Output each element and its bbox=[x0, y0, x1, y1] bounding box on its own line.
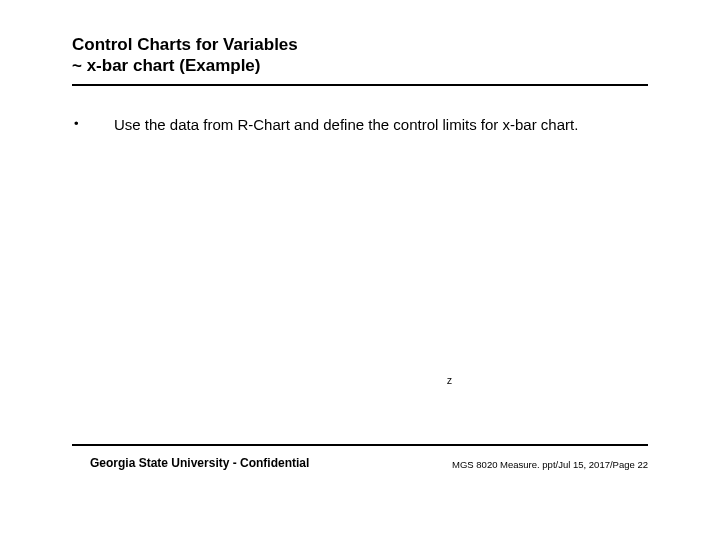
title-line-1: Control Charts for Variables bbox=[72, 34, 298, 55]
footer-right: MGS 8020 Measure. ppt/Jul 15, 2017/Page … bbox=[452, 459, 648, 470]
footer-left: Georgia State University - Confidential bbox=[90, 456, 309, 470]
divider-top bbox=[72, 84, 648, 86]
bullet-text: Use the data from R-Chart and define the… bbox=[114, 116, 578, 134]
slide-header: Control Charts for Variables ~ x-bar cha… bbox=[72, 34, 298, 77]
title-line-2: ~ x-bar chart (Example) bbox=[72, 55, 298, 76]
footer-file: MGS 8020 Measure. ppt/ bbox=[452, 459, 558, 470]
slide-body: • Use the data from R-Chart and define t… bbox=[74, 116, 648, 134]
bullet-marker: • bbox=[74, 116, 114, 132]
z-annotation: z bbox=[447, 375, 452, 386]
slide: Control Charts for Variables ~ x-bar cha… bbox=[0, 0, 720, 540]
divider-bottom bbox=[72, 444, 648, 446]
footer-date: Jul 15, 2017/ bbox=[558, 459, 612, 470]
footer-page: Page 22 bbox=[613, 459, 648, 470]
bullet-item: • Use the data from R-Chart and define t… bbox=[74, 116, 648, 134]
